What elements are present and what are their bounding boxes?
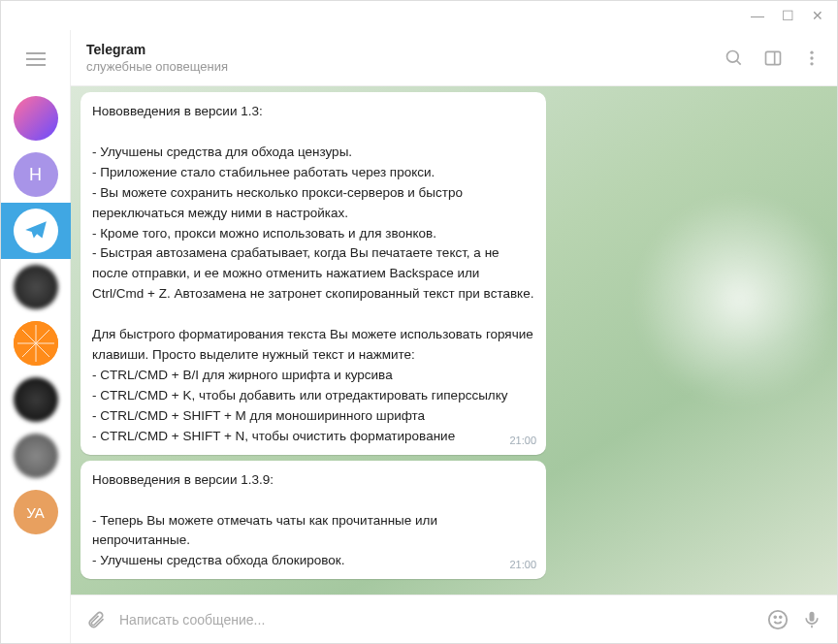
svg-point-13 bbox=[774, 616, 776, 618]
svg-point-11 bbox=[810, 62, 813, 65]
sidepanel-icon[interactable] bbox=[763, 48, 783, 68]
message-input[interactable] bbox=[119, 612, 754, 628]
app-frame: НУА Telegram служебные оповещения bbox=[1, 30, 837, 643]
search-icon[interactable] bbox=[725, 48, 744, 68]
minimize-button[interactable]: — bbox=[751, 8, 764, 23]
chat-subtitle: служебные оповещения bbox=[86, 59, 725, 74]
mic-icon[interactable] bbox=[802, 610, 822, 629]
svg-rect-7 bbox=[766, 51, 781, 64]
emoji-icon[interactable] bbox=[767, 609, 789, 630]
main-panel: Telegram служебные оповещения Нововведен… bbox=[71, 30, 837, 643]
attach-icon[interactable] bbox=[86, 610, 106, 629]
message-text: Нововведения в версии 1.3: - Улучшены ср… bbox=[92, 102, 534, 447]
chat-avatar[interactable] bbox=[1, 315, 71, 371]
chat-avatar[interactable] bbox=[1, 371, 71, 428]
chat-avatar[interactable]: Н bbox=[1, 146, 71, 203]
message-time: 21:00 bbox=[509, 433, 536, 449]
svg-point-9 bbox=[810, 50, 813, 53]
message-bubble[interactable]: Нововведения в версии 1.3: - Улучшены ср… bbox=[81, 92, 546, 455]
chat-avatar[interactable] bbox=[1, 203, 71, 259]
window-titlebar: — ☐ ✕ bbox=[1, 1, 837, 30]
more-icon[interactable] bbox=[802, 48, 822, 68]
maximize-button[interactable]: ☐ bbox=[782, 8, 794, 23]
svg-point-10 bbox=[810, 56, 813, 59]
chat-avatar[interactable] bbox=[1, 90, 71, 146]
chat-title: Telegram bbox=[86, 42, 725, 57]
svg-line-6 bbox=[737, 60, 741, 64]
chat-area[interactable]: Нововведения в версии 1.3: - Улучшены ср… bbox=[71, 86, 837, 595]
close-button[interactable]: ✕ bbox=[812, 8, 823, 23]
hamburger-menu-button[interactable] bbox=[16, 40, 55, 79]
svg-point-5 bbox=[727, 50, 739, 62]
message-bubble[interactable]: Нововведения в версии 1.3.9: - Теперь Вы… bbox=[81, 461, 546, 580]
message-time: 21:00 bbox=[509, 557, 536, 573]
chat-header: Telegram служебные оповещения bbox=[71, 30, 837, 86]
svg-point-12 bbox=[769, 610, 787, 628]
message-text: Нововведения в версии 1.3.9: - Теперь Вы… bbox=[92, 470, 534, 572]
chat-avatar[interactable]: УА bbox=[1, 484, 71, 540]
chat-rail: НУА bbox=[1, 30, 71, 643]
chat-avatar[interactable] bbox=[1, 428, 71, 484]
chat-avatar[interactable] bbox=[1, 259, 71, 315]
message-composer bbox=[71, 595, 837, 643]
svg-point-14 bbox=[780, 616, 782, 618]
